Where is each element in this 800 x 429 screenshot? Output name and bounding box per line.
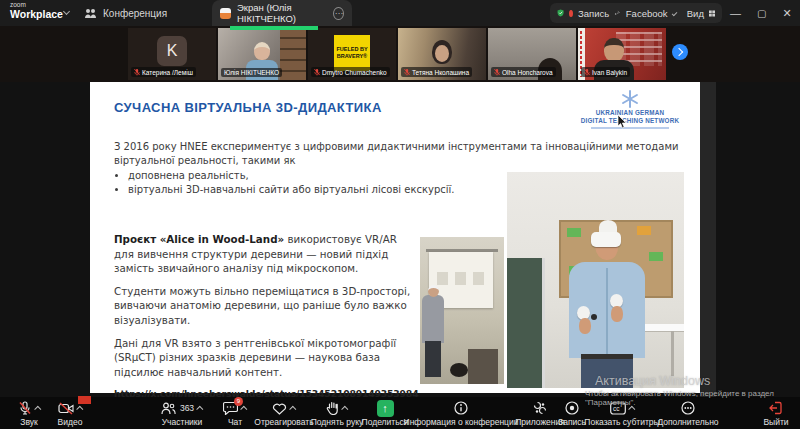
muted-mic-icon (494, 68, 500, 76)
presentation-slide: СУЧАСНА ВІРТУАЛЬНА 3D-ДИДАКТИКА UKRAINIA… (90, 82, 700, 393)
app-logo: zoom Workplace (10, 2, 63, 19)
view-grid-icon[interactable] (709, 8, 715, 19)
heart-icon (272, 402, 287, 415)
hand (579, 318, 591, 334)
bag (450, 363, 468, 377)
slide-paragraph: Дані для VR взято з рентгенівської мікро… (114, 336, 417, 380)
titlebar: zoom Workplace Конференция Экран (Юлія Н… (0, 0, 800, 26)
security-shield-icon[interactable] (557, 6, 564, 20)
participant-tile[interactable]: Ivan Balykin (578, 28, 666, 80)
leave-meeting-button[interactable]: Выйти (756, 400, 796, 427)
chevron-up-icon[interactable] (76, 405, 83, 412)
shared-screen-area: СУЧАСНА ВІРТУАЛЬНА 3D-ДИДАКТИКА UKRAINIA… (0, 82, 800, 397)
slide-intro-text: З 2016 року HNEE експериментує з цифрови… (114, 141, 678, 166)
logo-line2: DIGITAL TEACHING NETWORK (568, 117, 692, 125)
participant-name-label: Dmytro Chumachenko (311, 67, 390, 77)
participants-icon (161, 402, 176, 415)
tab-meeting[interactable]: Конференция (84, 0, 167, 26)
vr-headset (591, 232, 621, 247)
participant-name-label: Юлія НІКІТЧЕНКО (221, 68, 282, 77)
person-vr-headset (428, 285, 439, 297)
chair (468, 349, 498, 384)
next-participants-button[interactable] (672, 44, 688, 60)
screen-share-tab-icon (220, 8, 231, 19)
chevron-down-icon[interactable] (671, 10, 677, 16)
tab-screen-share-label: Экран (Юлія НІКІТЧЕНКО) (237, 2, 327, 24)
logo-subtitle-bar (591, 127, 669, 129)
chalkboard (507, 258, 545, 388)
participant-name-label: Olha Honcharova (491, 67, 556, 77)
raised-hand-icon (326, 401, 339, 415)
chat-unread-badge: 9 (234, 397, 243, 406)
tab-meeting-label: Конференция (103, 8, 167, 19)
participants-count: 363 (180, 403, 194, 413)
info-icon (454, 401, 468, 415)
profile-image: FUELED BY BRAVERY® (334, 35, 370, 71)
participant-tile[interactable]: Olha Honcharova (488, 28, 576, 80)
participant-tile-active-speaker[interactable]: Юлія НІКІТЧЕНКО (218, 28, 306, 80)
maximize-button[interactable]: ▢ (757, 8, 766, 19)
more-ellipsis-icon (681, 401, 695, 415)
chevron-up-icon[interactable] (341, 405, 348, 412)
participant-face (254, 42, 270, 60)
participant-tile[interactable]: K Катерина /Леміш (128, 28, 216, 80)
leave-exit-icon (769, 401, 783, 415)
more-button[interactable]: Дополнительно (652, 400, 724, 427)
meeting-toolbar: Звук Видео 363 Участники 9 (0, 397, 800, 429)
network-logo: UKRAINIAN GERMAN DIGITAL TEACHING NETWOR… (568, 90, 692, 129)
chevron-down-icon[interactable] (63, 8, 70, 15)
participant-face (435, 45, 449, 62)
photo-man-vr-headset (507, 172, 684, 388)
participant-name-label: Катерина /Леміш (131, 67, 196, 77)
chevron-up-icon[interactable] (289, 405, 296, 412)
bookshelf (280, 28, 306, 80)
stream-facebook-label[interactable]: Facebook (626, 8, 668, 19)
mouse-cursor-icon (617, 115, 627, 129)
windows-activation-watermark-line3: "Параметры". (585, 398, 636, 407)
participant-tile[interactable]: FUELED BY BRAVERY® Dmytro Chumachenko (308, 28, 396, 80)
snowflake-icon (621, 90, 639, 108)
chevron-up-icon[interactable] (34, 405, 41, 412)
windows-activation-watermark-line2: Чтобы активировать Windows, перейдите в … (585, 389, 774, 398)
slide-paragraph: Проєкт «Alice in Wood-Land» використовує… (114, 232, 417, 276)
tab-screen-share[interactable]: Экран (Юлія НІКІТЧЕНКО) ⋯ (212, 0, 352, 26)
minimize-button[interactable]: — (730, 7, 741, 19)
close-button[interactable]: ✕ (782, 7, 791, 20)
muted-mic-icon (584, 68, 590, 76)
muted-mic-icon (18, 401, 32, 416)
wristwatch (591, 314, 597, 320)
participant-name-label: Ivan Balykin (581, 67, 630, 77)
photo-vr-classroom (420, 237, 504, 384)
muted-mic-icon (314, 68, 320, 76)
participants-filmstrip: K Катерина /Леміш Юлія НІКІТЧЕНКО FUELED… (0, 26, 800, 82)
share-up-arrow-icon: ↑ (377, 400, 394, 417)
windows-activation-watermark: Активация Windows (595, 374, 710, 388)
logo-line1: UKRAINIAN GERMAN (568, 109, 692, 117)
recording-indicator-dot (569, 10, 573, 17)
titlebar-status-cluster: Запись Facebook Вид (550, 3, 722, 23)
hand (611, 306, 623, 322)
share-active-indicator (230, 26, 318, 30)
people-icon (84, 8, 97, 19)
apps-icon (533, 401, 547, 415)
meeting-info-button[interactable]: Информация о конференции (398, 400, 524, 427)
slide-text-column: Проєкт «Alice in Wood-Land» використовує… (114, 232, 417, 402)
view-label[interactable]: Вид (687, 8, 704, 19)
chevron-up-icon[interactable] (196, 405, 203, 412)
participant-face (604, 38, 624, 62)
tab-options-icon[interactable]: ⋯ (333, 7, 344, 20)
video-button[interactable]: Видео (45, 400, 95, 427)
scrollbar[interactable] (700, 82, 716, 397)
slide-corner-marker (78, 396, 91, 404)
participants-button[interactable]: 363 Участники (146, 400, 218, 427)
avatar: K (157, 36, 187, 66)
person-body (422, 295, 444, 343)
slide-paragraph: Студенти можуть вільно переміщатися в 3D… (114, 284, 417, 328)
participant-name-label: Тетяна Нколашина (401, 67, 472, 77)
camera-off-icon (58, 402, 74, 415)
participant-tile[interactable]: Тетяна Нколашина (398, 28, 486, 80)
window-controls: — ▢ ✕ (730, 0, 792, 26)
muted-mic-icon (134, 68, 140, 76)
chevron-up-icon[interactable] (240, 405, 247, 412)
zoom-meeting-window: zoom Workplace Конференция Экран (Юлія Н… (0, 0, 800, 429)
